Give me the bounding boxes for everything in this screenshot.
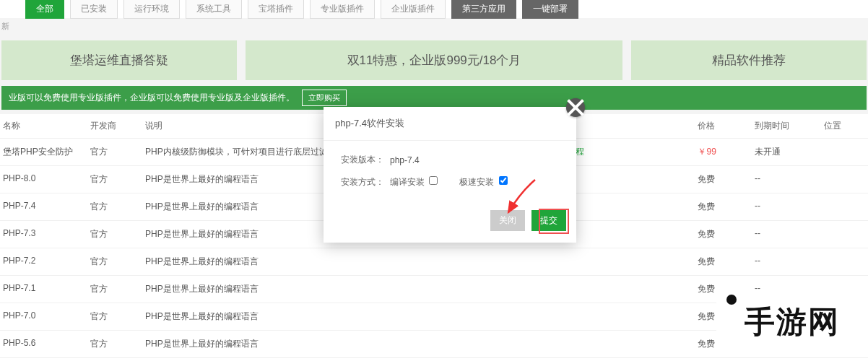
nav-tab-thirdparty[interactable]: 第三方应用 xyxy=(451,0,516,19)
cell-expire: -- xyxy=(755,173,824,186)
cell-price: 免费 xyxy=(698,228,754,240)
cell-dev: 官方 xyxy=(90,146,146,158)
method-fast-label: 极速安装 xyxy=(459,177,494,187)
table-row[interactable]: PHP-7.2官方PHP是世界上最好的编程语言免费-- xyxy=(0,248,868,276)
nav-tab-runtime[interactable]: 运行环境 xyxy=(123,0,180,19)
cancel-button[interactable]: 关闭 xyxy=(490,210,525,231)
cell-name: PHP-7.1 xyxy=(3,283,90,295)
cell-name: PHP-8.0 xyxy=(3,173,90,186)
cell-name: PHP-7.3 xyxy=(3,228,90,240)
cell-price: 免费 xyxy=(698,256,754,268)
refresh-indicator: 新 xyxy=(0,18,868,35)
cell-expire: -- xyxy=(755,201,824,213)
compile-checkbox[interactable] xyxy=(429,176,438,185)
cell-desc: PHP是世界上最好的编程语言 xyxy=(145,256,532,268)
cell-name: PHP-7.0 xyxy=(3,310,90,323)
cell-dev: 官方 xyxy=(90,310,146,323)
method-label: 安装方式： xyxy=(341,176,390,188)
logo-text: 手游网 xyxy=(745,302,840,342)
cell-name: 堡塔PHP安全防护 xyxy=(3,146,90,158)
nav-tab-deploy[interactable]: 一键部署 xyxy=(522,0,578,19)
nav-tab-ent-plugins[interactable]: 企业版插件 xyxy=(381,0,446,19)
promo-text: 业版可以免费使用专业版插件，企业版可以免费使用专业版及企业版插件。 xyxy=(1,87,302,108)
nav-tab-bt-plugins[interactable]: 宝塔插件 xyxy=(248,0,304,19)
col-dev: 开发商 xyxy=(90,120,146,132)
cell-dev: 官方 xyxy=(90,228,146,240)
method-compile-label: 编译安装 xyxy=(390,177,425,187)
fast-checkbox[interactable] xyxy=(499,176,508,185)
banner-promo[interactable]: 双11特惠，企业版999元/18个月 xyxy=(246,40,622,80)
nav-tab-installed[interactable]: 已安装 xyxy=(70,0,118,19)
modal-title: php-7.4软件安装 xyxy=(324,107,576,141)
col-name: 名称 xyxy=(3,120,90,132)
cell-dev: 官方 xyxy=(90,256,146,268)
col-pos: 位置 xyxy=(824,120,865,132)
cell-name: PHP-7.4 xyxy=(3,201,90,213)
cell-expire: -- xyxy=(755,256,824,268)
submit-button[interactable]: 提交 xyxy=(531,210,566,231)
cell-dev: 官方 xyxy=(90,283,146,295)
banner-recommend[interactable]: 精品软件推荐 xyxy=(631,40,867,80)
table-row[interactable]: PHP-5.5官方PHP是世界上最好的编程语言免费-- xyxy=(0,358,868,361)
version-label: 安装版本： xyxy=(341,154,390,166)
nav-tab-pro-plugins[interactable]: 专业版插件 xyxy=(310,0,375,19)
nav-tab-systools[interactable]: 系统工具 xyxy=(186,0,242,19)
buy-now-button[interactable]: 立即购买 xyxy=(302,90,347,106)
cell-price: 免费 xyxy=(698,201,754,213)
cell-dev: 官方 xyxy=(90,338,146,350)
top-nav: 全部 已安装 运行环境 系统工具 宝塔插件 专业版插件 企业版插件 第三方应用 … xyxy=(0,0,868,18)
cell-desc: PHP是世界上最好的编程语言 xyxy=(145,338,532,350)
cell-expire: -- xyxy=(755,228,824,240)
col-expire: 到期时间 xyxy=(755,120,824,132)
version-value: php-7.4 xyxy=(390,155,420,165)
col-price: 价格 xyxy=(698,120,754,132)
cell-price: 免费 xyxy=(698,173,754,186)
banner-live[interactable]: 堡塔运维直播答疑 xyxy=(1,40,237,80)
cell-desc: PHP是世界上最好的编程语言 xyxy=(145,310,532,323)
nav-tab-all[interactable]: 全部 xyxy=(25,0,64,19)
cell-dev: 官方 xyxy=(90,201,146,213)
watermark-logo: 手游网 xyxy=(716,290,868,354)
banners: 堡塔运维直播答疑 双11特惠，企业版999元/18个月 精品软件推荐 xyxy=(0,40,868,86)
cell-name: PHP-7.2 xyxy=(3,256,90,268)
install-modal: php-7.4软件安装 安装版本： php-7.4 安装方式： 编译安装 极速安… xyxy=(324,107,576,243)
cell-dev: 官方 xyxy=(90,173,146,186)
cell-name: PHP-5.6 xyxy=(3,338,90,350)
cell-desc: PHP是世界上最好的编程语言 xyxy=(145,283,532,295)
cell-price: ￥99 xyxy=(698,146,754,158)
cell-expire: 未开通 xyxy=(755,146,824,158)
close-icon[interactable] xyxy=(566,98,585,117)
